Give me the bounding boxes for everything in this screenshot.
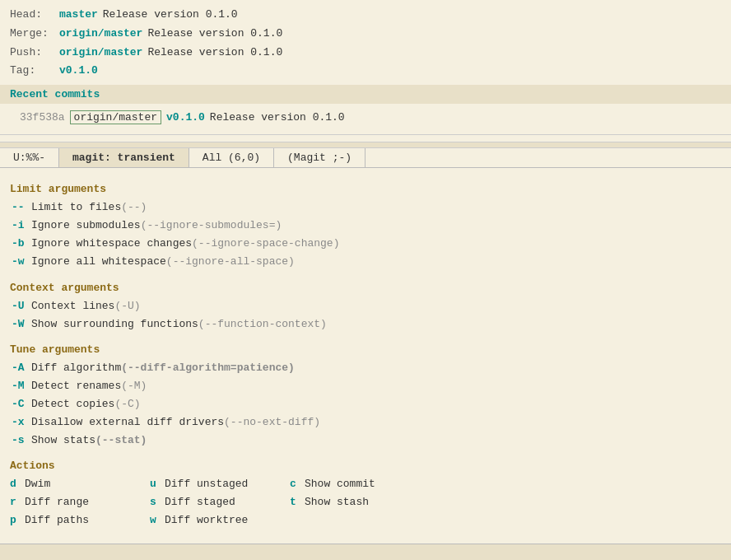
action-unstaged[interactable]: u Diff unstaged [150, 475, 290, 493]
action-desc-staged: Diff staged [165, 493, 235, 511]
arg-flag-context-lines: (-U) [114, 297, 140, 315]
divider [0, 142, 731, 148]
arg-key-copies: -C [12, 395, 28, 413]
merge-branch: origin/master [59, 26, 142, 43]
bottom-bar [0, 544, 731, 560]
arg-flag-submodules: (--ignore-submodules=) [141, 217, 282, 235]
merge-text: Release version 0.1.0 [147, 26, 282, 43]
arg-desc-renames: Detect renames [31, 377, 121, 395]
arg-flag-whitespace: (--ignore-space-change) [192, 235, 339, 253]
tab-magit[interactable]: (Magit ;-) [274, 148, 366, 167]
tag-value: v0.1.0 [59, 63, 98, 80]
arg-row-allwhitespace: -w Ignore all whitespace (--ignore-all-s… [10, 253, 721, 271]
push-text: Release version 0.1.0 [147, 44, 282, 62]
arg-desc-diff-algo: Diff algorithm [31, 359, 121, 377]
tune-args-header: Tune arguments [10, 343, 721, 356]
action-staged[interactable]: s Diff staged [150, 493, 290, 511]
arg-row-surrounding: -W Show surrounding functions (--functio… [10, 315, 721, 334]
action-key-t: t [290, 493, 301, 511]
arg-row-copies: -C Detect copies (-C) [10, 395, 721, 413]
push-label: Push: [10, 44, 59, 62]
arg-row-renames: -M Detect renames (-M) [10, 377, 721, 395]
action-desc-show-stash: Show stash [305, 493, 369, 511]
arg-desc-context-lines: Context lines [31, 297, 114, 315]
arg-desc-copies: Detect copies [31, 395, 114, 413]
action-desc-unstaged: Diff unstaged [165, 475, 248, 493]
action-key-p: p [10, 511, 21, 530]
arg-desc-extdiff: Disallow external diff drivers [31, 413, 224, 432]
tag-label: Tag: [10, 63, 59, 80]
action-key-r: r [10, 493, 21, 511]
push-row: Push: origin/master Release version 0.1.… [10, 44, 721, 62]
action-desc-show-commit: Show commit [305, 475, 375, 493]
arg-key-extdiff: -x [12, 413, 28, 432]
action-key-u: u [150, 475, 161, 493]
arg-key-whitespace: -b [12, 235, 28, 253]
action-key-c: c [290, 475, 301, 493]
tab-all[interactable]: All (6,0) [189, 148, 274, 167]
arg-flag-surrounding: (--function-context) [198, 315, 327, 334]
commit-row: 33f538a origin/master v0.1.0 Release ver… [10, 107, 721, 128]
head-row: Head: master Release version 0.1.0 [10, 7, 721, 24]
action-key-w: w [150, 511, 161, 530]
merge-label: Merge: [10, 26, 59, 43]
arg-flag-diff-algo: (--diff-algorithm=patience) [121, 359, 295, 377]
action-desc-dwim: Dwim [25, 475, 50, 493]
arg-desc-surrounding: Show surrounding functions [31, 315, 198, 334]
tab-mode[interactable]: U:%%- [0, 148, 59, 167]
head-label: Head: [10, 7, 59, 24]
arg-desc-allwhitespace: Ignore all whitespace [31, 253, 166, 271]
arg-key-files: -- [12, 198, 28, 217]
action-key-d: d [10, 475, 21, 493]
arg-desc-whitespace: Ignore whitespace changes [31, 235, 192, 253]
commit-branch-badge: origin/master [70, 110, 161, 124]
arg-desc-submodules: Ignore submodules [31, 217, 141, 235]
action-dwim[interactable]: d Dwim [10, 475, 150, 493]
content-area: Limit arguments -- Limit to files (--) -… [0, 168, 731, 560]
actions-header: Actions [10, 460, 721, 472]
arg-key-diff-algo: -A [12, 359, 28, 377]
arg-key-renames: -M [12, 377, 28, 395]
arg-desc-stats: Show stats [31, 432, 95, 450]
arg-flag-allwhitespace: (--ignore-all-space) [166, 253, 295, 271]
arg-row-files: -- Limit to files (--) [10, 198, 721, 217]
arg-row-diff-algo: -A Diff algorithm (--diff-algorithm=pati… [10, 359, 721, 377]
context-args-header: Context arguments [10, 282, 721, 294]
tab-bar: U:%%- magit: transient All (6,0) (Magit … [0, 148, 731, 168]
merge-row: Merge: origin/master Release version 0.1… [10, 26, 721, 43]
commit-tag: v0.1.0 [166, 111, 205, 124]
arg-key-context-lines: -U [12, 297, 28, 315]
action-paths[interactable]: p Diff paths [10, 511, 150, 530]
limit-args-header: Limit arguments [10, 183, 721, 195]
arg-flag-extdiff: (--no-ext-diff) [224, 413, 320, 432]
arg-row-submodules: -i Ignore submodules (--ignore-submodule… [10, 217, 721, 235]
recent-commits-label: Recent commits [10, 88, 100, 100]
arg-key-allwhitespace: -w [12, 253, 28, 271]
arg-flag-stats: (--stat) [95, 432, 147, 450]
arg-key-surrounding: -W [12, 315, 28, 334]
push-branch: origin/master [59, 44, 142, 62]
arg-key-submodules: -i [12, 217, 28, 235]
tab-transient[interactable]: magit: transient [59, 148, 189, 167]
arg-row-context-lines: -U Context lines (-U) [10, 297, 721, 315]
arg-flag-files: (--) [121, 198, 147, 217]
tag-row: Tag: v0.1.0 [10, 63, 721, 80]
action-key-s: s [150, 493, 161, 511]
arg-row-stats: -s Show stats (--stat) [10, 432, 721, 450]
arg-flag-renames: (-M) [121, 377, 147, 395]
recent-commits-header: Recent commits [0, 85, 731, 104]
action-empty [290, 511, 454, 530]
action-show-stash[interactable]: t Show stash [290, 493, 454, 511]
actions-grid: d Dwim u Diff unstaged c Show commit r D… [10, 475, 721, 530]
action-desc-paths: Diff paths [25, 511, 89, 530]
commit-hash: 33f538a [20, 111, 65, 124]
action-desc-worktree: Diff worktree [165, 511, 248, 530]
head-branch: master [59, 7, 98, 24]
top-section: Head: master Release version 0.1.0 Merge… [0, 0, 731, 135]
arg-flag-copies: (-C) [114, 395, 140, 413]
action-show-commit[interactable]: c Show commit [290, 475, 454, 493]
action-range[interactable]: r Diff range [10, 493, 150, 511]
action-desc-range: Diff range [25, 493, 89, 511]
action-worktree[interactable]: w Diff worktree [150, 511, 290, 530]
arg-row-extdiff: -x Disallow external diff drivers (--no-… [10, 413, 721, 432]
